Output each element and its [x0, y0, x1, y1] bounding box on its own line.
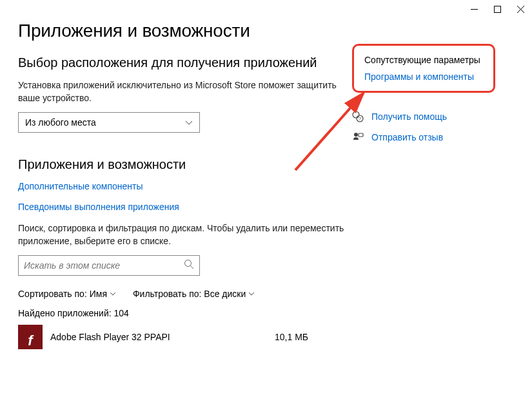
filter-value: Все диски [204, 289, 246, 299]
optional-features-link[interactable]: Дополнительные компоненты [18, 181, 347, 191]
help-icon: ? [352, 111, 364, 122]
sort-by-control[interactable]: Сортировать по: Имя [18, 289, 116, 299]
svg-point-6 [354, 133, 358, 137]
filter-by-control[interactable]: Фильтровать по: Все диски [133, 289, 255, 299]
section1-heading: Выбор расположения для получения приложе… [18, 55, 347, 70]
dropdown-value: Из любого места [25, 117, 96, 128]
list-hint: Поиск, сортировка и фильтрация по дискам… [18, 222, 347, 247]
svg-rect-1 [494, 6, 500, 12]
install-source-dropdown[interactable]: Из любого места [18, 112, 200, 133]
section1-desc: Установка приложений исключительно из Mi… [18, 79, 347, 104]
app-name: Adobe Flash Player 32 PPAPI [50, 332, 170, 342]
window-controls [470, 5, 524, 13]
programs-and-features-link[interactable]: Программы и компоненты [364, 72, 483, 82]
flash-player-icon: f [18, 325, 43, 349]
svg-text:?: ? [359, 117, 361, 121]
page-title: Приложения и возможности [18, 21, 347, 41]
maximize-button[interactable] [493, 5, 501, 13]
filter-label: Фильтровать по: [133, 289, 201, 299]
send-feedback-label: Отправить отзыв [371, 132, 443, 142]
chevron-down-icon [110, 292, 116, 296]
related-settings-box: Сопутствующие параметры Программы и комп… [352, 44, 495, 93]
svg-rect-7 [359, 133, 363, 137]
send-feedback-link[interactable]: Отправить отзыв [352, 131, 500, 143]
related-title: Сопутствующие параметры [364, 55, 483, 65]
minimize-button[interactable] [470, 5, 478, 13]
close-button[interactable] [517, 5, 524, 13]
section2-heading: Приложения и возможности [18, 157, 347, 172]
app-list-item[interactable]: f Adobe Flash Player 32 PPAPI 10,1 МБ [18, 325, 347, 349]
app-count: Найдено приложений: 104 [18, 308, 347, 318]
app-aliases-link[interactable]: Псевдонимы выполнения приложения [18, 202, 347, 212]
sort-value: Имя [90, 289, 107, 299]
app-search-input[interactable] [18, 255, 200, 276]
app-size: 10,1 МБ [275, 332, 308, 342]
feedback-icon [352, 131, 364, 143]
chevron-down-icon [248, 292, 255, 296]
get-help-label: Получить помощь [371, 111, 447, 122]
svg-rect-0 [471, 9, 478, 10]
chevron-down-icon [185, 117, 193, 128]
search-icon [184, 259, 194, 272]
search-field[interactable] [24, 260, 184, 271]
sort-label: Сортировать по: [18, 289, 87, 299]
svg-point-2 [185, 260, 192, 267]
get-help-link[interactable]: ? Получить помощь [352, 111, 500, 122]
